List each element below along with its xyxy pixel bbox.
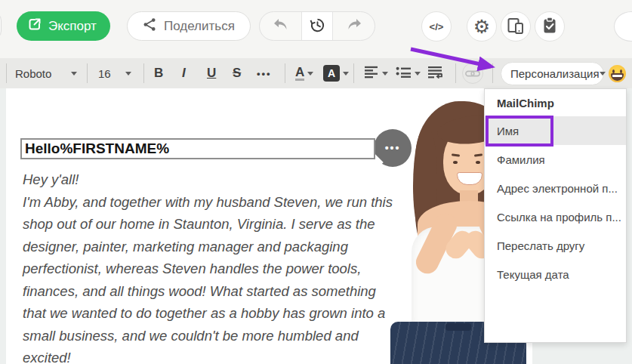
- undo-history-redo-group: [259, 11, 375, 41]
- export-icon: [27, 17, 42, 35]
- personalization-label: Персонализация: [510, 67, 600, 80]
- indent-button[interactable]: [427, 58, 444, 88]
- font-size-select[interactable]: 16: [98, 58, 111, 88]
- bold-button[interactable]: B: [154, 58, 163, 88]
- undo-icon: [272, 17, 290, 35]
- cut-off-button-right: [614, 11, 632, 42]
- underline-button[interactable]: U: [207, 58, 216, 88]
- font-size-value: 16: [98, 67, 111, 80]
- bullet-list-icon: [396, 66, 412, 80]
- ellipsis-icon: •••: [257, 68, 272, 79]
- italic-button[interactable]: I: [182, 58, 186, 88]
- top-toolbar: Экспорт Поделиться: [0, 0, 632, 58]
- text-color-button[interactable]: A: [295, 58, 313, 88]
- menu-group-header: MailChimp: [485, 89, 626, 116]
- emoji-button[interactable]: [609, 65, 626, 82]
- menu-item-current-date[interactable]: Текущая дата: [485, 260, 626, 288]
- export-button[interactable]: Экспорт: [17, 11, 110, 41]
- export-label: Экспорт: [48, 19, 97, 34]
- checklist-button[interactable]: [535, 11, 565, 42]
- indent-icon: [427, 66, 444, 81]
- menu-item-forward-to-friend[interactable]: Переслать другу: [485, 231, 626, 260]
- ellipsis-icon: •••: [385, 142, 401, 154]
- menu-item-profile-link[interactable]: Ссылка на профиль п...: [485, 202, 626, 231]
- chevron-down-icon: [71, 58, 77, 88]
- gear-icon: ⚙: [473, 17, 490, 36]
- personalization-dropdown[interactable]: Персонализация: [501, 62, 604, 85]
- personalization-menu: MailChimp Имя Фамилия Адрес электронной …: [484, 88, 627, 343]
- history-button[interactable]: [301, 12, 333, 40]
- left-margin: [0, 88, 6, 364]
- share-icon: [143, 17, 157, 35]
- headline-block[interactable]: Hello%FIRSTNAME%: [20, 138, 375, 159]
- share-label: Поделиться: [164, 19, 235, 34]
- chevron-down-icon: [343, 72, 349, 76]
- undo-button[interactable]: [260, 12, 301, 40]
- more-formats-button[interactable]: •••: [257, 58, 272, 88]
- strikethrough-button[interactable]: S: [233, 58, 241, 88]
- email-builder-screen: Экспорт Поделиться: [0, 0, 632, 364]
- chevron-down-icon: [125, 58, 131, 88]
- chevron-down-icon: [382, 72, 388, 76]
- list-button[interactable]: [396, 58, 421, 88]
- cut-off-button-left: [0, 11, 2, 40]
- highlight-color-button[interactable]: A: [323, 58, 349, 88]
- align-button[interactable]: [364, 58, 388, 88]
- menu-item-last-name[interactable]: Фамилия: [485, 145, 626, 174]
- settings-button[interactable]: ⚙: [467, 11, 497, 42]
- chevron-down-icon: [307, 72, 313, 76]
- device-preview-button[interactable]: [501, 11, 531, 42]
- code-icon: </>: [430, 21, 444, 32]
- align-left-icon: [364, 66, 379, 81]
- font-family-value: Roboto: [15, 67, 51, 80]
- clipboard-check-icon: [541, 17, 558, 37]
- chevron-down-icon: [415, 72, 421, 76]
- link-button[interactable]: [462, 58, 483, 88]
- devices-icon: [507, 17, 525, 36]
- chevron-down-icon: [600, 72, 606, 76]
- paragraph-block[interactable]: Hey y'all! I'm Abby, and together with m…: [23, 168, 393, 364]
- link-icon: [462, 63, 483, 84]
- code-view-button[interactable]: </>: [421, 11, 452, 42]
- menu-item-email-address[interactable]: Адрес электронной п...: [485, 174, 626, 202]
- redo-icon: [345, 17, 363, 35]
- redo-button[interactable]: [333, 12, 375, 40]
- history-clock-icon: [309, 17, 326, 36]
- share-button[interactable]: Поделиться: [127, 11, 251, 41]
- menu-item-first-name[interactable]: Имя: [485, 116, 626, 145]
- font-family-select[interactable]: Roboto: [15, 58, 51, 88]
- block-menu-button[interactable]: •••: [374, 129, 412, 167]
